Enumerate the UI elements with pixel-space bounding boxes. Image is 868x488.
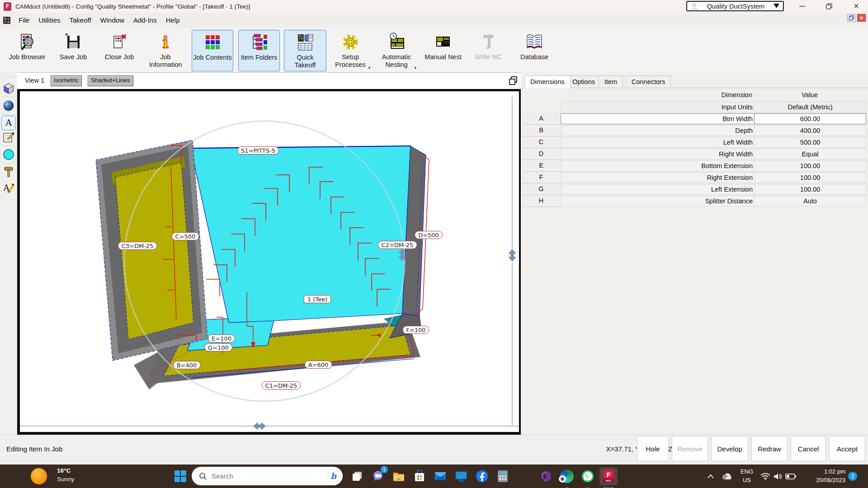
- toolbar-save-job[interactable]: Save Job: [53, 30, 93, 70]
- toolbar-job-contents[interactable]: Job Contents: [192, 30, 233, 71]
- toolbar-setup-processes[interactable]: Setup Processes ▾: [330, 30, 371, 70]
- row-value[interactable]: Auto: [754, 196, 866, 206]
- insulation-tool[interactable]: [2, 148, 15, 161]
- row-label[interactable]: Left Width: [561, 137, 757, 148]
- redraw-button[interactable]: Redraw: [751, 436, 788, 461]
- cad-label-c[interactable]: C=500: [172, 232, 199, 240]
- cad-label-c1[interactable]: C1=DM-25: [262, 381, 301, 389]
- menu-help[interactable]: Help: [161, 14, 184, 26]
- row-value[interactable]: 100.00: [754, 172, 866, 183]
- row-value[interactable]: 500.00: [754, 137, 866, 148]
- row-label[interactable]: Right Width: [561, 149, 757, 160]
- row-label[interactable]: Btm Width: [561, 113, 757, 124]
- microsoft-365-button[interactable]: [537, 467, 555, 485]
- cad-label-c3[interactable]: C3=DM-25: [118, 242, 157, 250]
- tray-chevron-button[interactable]: [704, 467, 717, 485]
- cad-label-item[interactable]: 1 (Tee): [304, 295, 331, 303]
- row-label[interactable]: Splitter Distance: [561, 196, 757, 206]
- viewport-restore-icon[interactable]: [508, 76, 518, 86]
- view-tab[interactable]: View 1: [25, 77, 44, 84]
- clock-tray-button[interactable]: 1:02 pm 20/08/2023: [800, 467, 845, 484]
- row-value[interactable]: Equal: [754, 149, 866, 160]
- chat-button[interactable]: 1: [369, 467, 387, 485]
- microsoft-store-button[interactable]: [410, 467, 429, 485]
- profile-selector-dropdown[interactable]: Quality DuctSystem: [686, 1, 784, 11]
- accept-button[interactable]: Accept: [829, 436, 865, 461]
- tab-item[interactable]: Item: [599, 75, 623, 87]
- wifi-tray-button[interactable]: [759, 467, 772, 485]
- restore-button[interactable]: [819, 0, 839, 12]
- text-style-tool[interactable]: A: [2, 182, 15, 194]
- row-label[interactable]: Depth: [561, 125, 757, 136]
- row-value-input[interactable]: 600.00: [754, 113, 866, 124]
- isometric-cube-tool[interactable]: [2, 82, 15, 95]
- cad-label-d[interactable]: D=500: [415, 231, 443, 239]
- fabrication-tool[interactable]: [2, 165, 15, 178]
- shaded-view-tool[interactable]: [2, 99, 15, 112]
- mdi-close-button[interactable]: ×: [857, 14, 866, 22]
- toolbar-quick-takeoff[interactable]: Quick Takeoff: [284, 30, 326, 71]
- tab-connectors[interactable]: Connectors: [626, 75, 671, 87]
- cad-label-b[interactable]: B=400: [173, 361, 201, 369]
- camduct-taskbar-button[interactable]: F DCT: [599, 467, 618, 485]
- weather-condition[interactable]: Sunny: [57, 476, 74, 483]
- mdi-restore-button[interactable]: [847, 14, 856, 22]
- cancel-button[interactable]: Cancel: [791, 436, 826, 461]
- menu-window[interactable]: Window: [96, 14, 129, 26]
- cad-label-f[interactable]: F=100: [402, 326, 429, 334]
- cad-label-s1[interactable]: S1=PITTS-S: [237, 146, 279, 155]
- close-button[interactable]: ×: [846, 0, 866, 12]
- language-selector[interactable]: ENG US: [739, 467, 755, 484]
- menu-takeoff[interactable]: Takeoff: [65, 14, 96, 26]
- menu-addins[interactable]: Add-Ins: [129, 14, 161, 26]
- menu-utilities[interactable]: Utilities: [34, 14, 65, 26]
- minimize-button[interactable]: [792, 0, 812, 12]
- search-box[interactable]: b: [192, 467, 343, 485]
- desktop-button[interactable]: [452, 467, 470, 485]
- start-button[interactable]: [175, 470, 186, 482]
- edge-button[interactable]: [558, 467, 576, 485]
- menu-file[interactable]: File: [14, 14, 34, 26]
- mail-button[interactable]: [431, 467, 449, 485]
- toolbar-item-folders[interactable]: Item Folders: [238, 30, 280, 71]
- facebook-button[interactable]: [473, 467, 491, 485]
- toolbar-job-browser[interactable]: Job Browser: [6, 30, 48, 70]
- tab-dimensions[interactable]: Dimensions: [524, 75, 571, 88]
- calculator-button[interactable]: [494, 467, 512, 485]
- toolbar-job-information[interactable]: i Job Information: [146, 30, 185, 70]
- cad-label-a[interactable]: A=600: [305, 361, 332, 369]
- edit-item-tool[interactable]: [2, 131, 15, 144]
- drawing-canvas[interactable]: [20, 91, 519, 432]
- volume-tray-button[interactable]: [771, 467, 785, 485]
- file-explorer-button[interactable]: [390, 467, 408, 485]
- cad-label-g[interactable]: G=100: [204, 343, 232, 352]
- cad-label-c2[interactable]: C2=DM-25: [378, 241, 417, 249]
- toolbar-close-job[interactable]: Close Job: [99, 30, 139, 70]
- annotation-tool[interactable]: A: [1, 116, 16, 130]
- row-label[interactable]: Left Extension: [561, 184, 757, 195]
- tab-options[interactable]: Options: [566, 75, 601, 87]
- toolbar-database[interactable]: Database: [514, 30, 554, 70]
- bing-icon[interactable]: b: [326, 469, 341, 483]
- row-value[interactable]: 100.00: [754, 160, 866, 171]
- cad-label-e[interactable]: E=100: [208, 334, 235, 343]
- row-value[interactable]: Default (Metric): [754, 102, 866, 113]
- shaded-lines-mode-button[interactable]: Shaded+Lines: [88, 75, 133, 86]
- row-label[interactable]: Right Extension: [561, 172, 757, 183]
- hole-button[interactable]: Hole: [637, 436, 669, 461]
- row-value[interactable]: 400.00: [754, 125, 866, 136]
- isometric-mode-button[interactable]: Isometric: [51, 75, 82, 86]
- search-input[interactable]: [211, 472, 307, 480]
- notification-badge[interactable]: 2: [848, 472, 857, 481]
- row-value[interactable]: 100.00: [754, 184, 866, 195]
- onedrive-tray-button[interactable]: [720, 467, 734, 485]
- task-view-button[interactable]: [348, 467, 366, 485]
- toolbar-manual-nest[interactable]: 777 Manual Nest: [423, 30, 463, 70]
- toolbar-automatic-nesting[interactable]: Automatic Nesting ▾: [376, 30, 417, 70]
- develop-button[interactable]: Develop: [711, 436, 748, 461]
- weather-temperature[interactable]: 16°C: [57, 467, 71, 474]
- battery-tray-button[interactable]: [784, 467, 797, 485]
- weather-sun-icon[interactable]: [31, 468, 47, 484]
- row-label[interactable]: Bottom Extension: [561, 160, 757, 171]
- whatsapp-button[interactable]: [579, 467, 597, 485]
